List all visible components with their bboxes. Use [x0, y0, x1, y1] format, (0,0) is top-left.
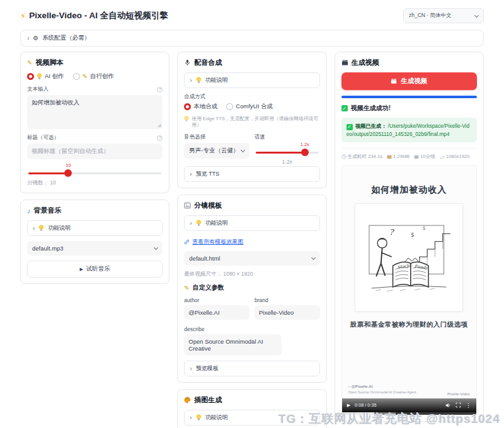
chevron-right-icon: › [190, 366, 192, 372]
main-columns: ✎ 视频脚本 AI 创作 ✎ 自行创作 文本输入 [20, 52, 484, 428]
lightbulb-icon [38, 225, 44, 232]
tts-title-text: 配音合成 [194, 58, 222, 67]
tts-preview-accordion[interactable]: › 预览 TTS [184, 166, 319, 182]
tts-card: 配音合成 › 功能说明 合成方式 本地合成 ComfyUI 合成 [177, 52, 326, 188]
column-left: ✎ 视频脚本 AI 创作 ✎ 自行创作 文本输入 [20, 52, 169, 284]
video-player[interactable]: 如何增加被动收入 $ $ ? [341, 165, 477, 415]
clapperboard-icon [391, 78, 397, 84]
radio-unselected-icon [73, 73, 80, 80]
generate-video-button[interactable]: 生成视频 [341, 72, 477, 90]
bgm-preview-label: 试听音乐 [86, 265, 110, 273]
clapperboard-icon [414, 154, 419, 159]
tts-preview-label: 预览 TTS [196, 170, 220, 178]
slider-fill [256, 152, 305, 154]
radio-comfyui-label: ComfyUI 合成 [236, 103, 273, 111]
writing-icon: ✎ [83, 73, 88, 80]
page-title: ⚡ Pixelle-Video - AI 全自动短视频引擎 [20, 10, 168, 21]
slider-handle[interactable] [64, 169, 72, 177]
video-controls[interactable]: ▶ 0:08 / 0:35 ⋮ [342, 398, 476, 412]
bgm-help-accordion[interactable]: › 功能说明 [27, 220, 163, 236]
video-script-title-text: 视频脚本 [35, 58, 63, 67]
language-select[interactable]: zh_CN · 简体中文 [403, 8, 484, 23]
template-title-text: 分镜模板 [194, 201, 222, 210]
tts-help-accordion[interactable]: › 功能说明 [184, 72, 319, 88]
tts-hint: 使用 Edge TTS，无需配置，开箱即用（请确保网络环境可用） [184, 116, 319, 128]
bgm-preview-button[interactable]: ▶ 试听音乐 [27, 261, 163, 278]
music-note-icon: ♪ [27, 207, 31, 215]
template-help-accordion[interactable]: › 功能说明 [184, 215, 319, 231]
illustration-title-text: 插图生成 [194, 395, 222, 405]
script-text-input[interactable]: 如何增加被动收入 ◢ [27, 95, 163, 129]
tts-mode-label: 合成方式 [184, 93, 205, 101]
describe-input[interactable]: Open Source Omnimodal AI Creative [184, 334, 282, 356]
header: ⚡ Pixelle-Video - AI 全自动短视频引擎 zh_CN · 简体… [0, 0, 504, 26]
lightbulb-icon [196, 77, 202, 84]
title-label: 标题（可选） [27, 134, 59, 142]
template-file-select[interactable]: default.html [184, 251, 319, 266]
info-icon[interactable]: ? [157, 87, 163, 93]
radio-ai-create[interactable]: AI 创作 [27, 72, 64, 81]
storyboard-count-slider[interactable]: 10 [28, 169, 161, 177]
voice-label: 音色选择 [184, 133, 205, 141]
play-icon: ▶ [79, 267, 83, 272]
resize-handle-icon[interactable]: ◢ [158, 123, 161, 128]
check-icon: ✓ [341, 105, 348, 111]
speed-slider[interactable]: 1.2x [256, 149, 319, 156]
stat-duration: 生成耗时 234.1s [341, 154, 382, 160]
stat-filesize: 1.29MB [387, 154, 410, 159]
divider [341, 148, 477, 149]
tts-mode-radios: 本地合成 ComfyUI 合成 [184, 103, 319, 111]
template-file-value: default.html [189, 255, 220, 262]
ruler-icon [440, 154, 445, 159]
radio-local-label: 本地合成 [193, 103, 217, 111]
author-value: @Pixelle.AI [188, 309, 219, 316]
chevron-down-icon [241, 148, 245, 152]
template-preview-accordion[interactable]: › 预览模板 [184, 361, 319, 376]
app-title-text: Pixelle-Video - AI 全自动短视频引擎 [29, 10, 168, 21]
author-input[interactable]: @Pixelle.AI [184, 305, 249, 320]
voice-select[interactable]: 男声-专业（云健） [184, 143, 249, 159]
more-options-icon[interactable]: ⋮ [466, 402, 471, 408]
radio-local-tts[interactable]: 本地合成 [184, 103, 217, 111]
video-subtitle-overlay: 股票和基金常被称为理财的入门级选项 [350, 320, 468, 329]
illustration-help-label: 功能说明 [205, 414, 228, 422]
slider-handle[interactable] [301, 149, 309, 156]
progress-bar [341, 96, 477, 98]
generate-button-label: 生成视频 [401, 77, 427, 86]
chevron-right-icon: › [190, 77, 192, 84]
matchstick-illustration: $ $ ? [358, 207, 459, 308]
fullscreen-icon[interactable] [455, 402, 461, 408]
memo-icon: ✎ [184, 284, 189, 291]
author-brand-row: author @Pixelle.AI brand Pixelle-Video [184, 297, 319, 325]
template-card: 分镜模板 › 功能说明 查看所有模板效果图 default.html 最终视频尺… [177, 194, 326, 383]
stat-scenes: 10分镜 [414, 154, 435, 160]
radio-selected-icon [27, 73, 34, 80]
video-title-placeholder: 视频标题（留空则自动生成） [32, 147, 110, 154]
describe-value: Open Source Omnimodal AI Creative [188, 338, 263, 352]
check-icon: ✓ [346, 124, 353, 130]
stat-resolution: 1080x1920 [440, 154, 470, 159]
play-icon[interactable]: ▶ [347, 403, 350, 408]
video-footer: – @Pixelle.AI Open Source Omnimodal AI C… [348, 383, 470, 396]
template-help-label: 功能说明 [205, 219, 228, 227]
clapperboard-icon [341, 59, 348, 66]
template-gallery-link[interactable]: 查看所有模板效果图 [184, 238, 243, 246]
system-config-accordion[interactable]: › ⚙ 系统配置（必需） [20, 30, 484, 47]
brand-input[interactable]: Pixelle-Video [255, 305, 320, 320]
video-agent-line: Open Source Omnimodal AI Creative Agent [348, 390, 416, 394]
volume-icon[interactable] [445, 402, 451, 408]
video-title-input[interactable]: 视频标题（留空则自动生成） [27, 144, 163, 159]
illustration-title: 插图生成 [184, 395, 319, 405]
voice-value: 男声-专业（云健） [189, 147, 239, 155]
speed-slider-group: 语速 1.2x 1.2x [255, 133, 320, 165]
bgm-file-select[interactable]: default.mp3 [27, 241, 163, 256]
radio-comfyui-tts[interactable]: ComfyUI 合成 [226, 103, 273, 111]
text-input-label: 文本输入 [27, 86, 49, 93]
chevron-down-icon [154, 245, 158, 250]
bgm-card: ♪ 背景音乐 › 功能说明 default.mp3 ▶ 试听音乐 [20, 200, 169, 284]
chevron-right-icon: › [27, 35, 29, 42]
radio-manual-create[interactable]: ✎ 自行创作 [73, 72, 114, 81]
info-icon[interactable]: ? [157, 135, 163, 141]
custom-params-heading: ✎ 自定义参数 [184, 283, 319, 292]
clock-icon [341, 154, 346, 159]
